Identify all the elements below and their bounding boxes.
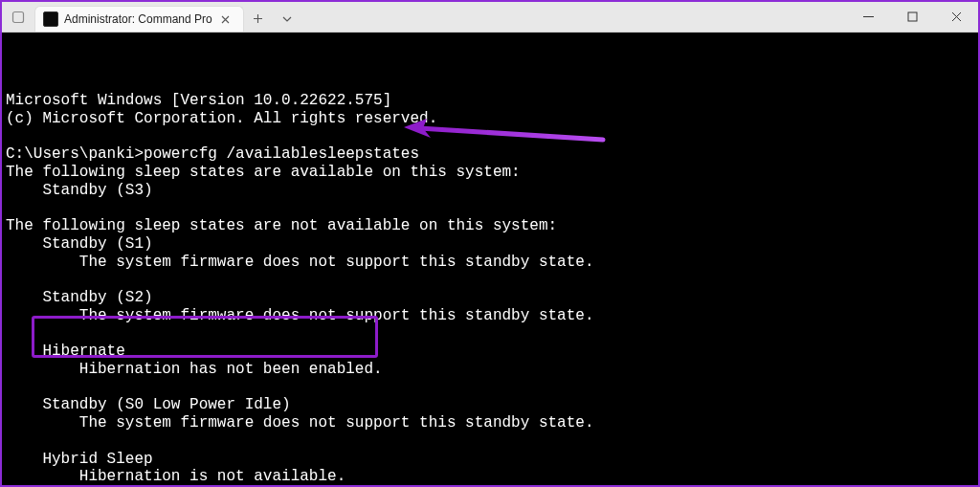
terminal-line: Standby (S2) — [6, 289, 974, 307]
tab-close-button[interactable] — [218, 11, 234, 27]
plus-icon — [253, 13, 263, 24]
close-icon — [951, 11, 962, 22]
terminal-line — [6, 379, 974, 397]
terminal-line: The system firmware does not support thi… — [6, 307, 974, 325]
terminal-line — [6, 271, 974, 289]
tab-title: Administrator: Command Pro — [64, 12, 212, 26]
terminal-line: Hibernation is not available. — [6, 468, 974, 485]
terminal-line: (c) Microsoft Corporation. All rights re… — [6, 110, 974, 128]
close-icon — [221, 15, 230, 24]
close-window-button[interactable] — [934, 2, 978, 32]
terminal-line — [6, 325, 974, 343]
new-tab-button[interactable] — [244, 6, 273, 32]
terminal-line: Hybrid Sleep — [6, 451, 974, 469]
tab-dropdown-button[interactable] — [273, 6, 301, 32]
terminal-output[interactable]: Microsoft Windows [Version 10.0.22622.57… — [2, 33, 978, 485]
minimize-icon — [863, 11, 874, 22]
svg-rect-0 — [13, 11, 24, 22]
minimize-button[interactable] — [846, 2, 890, 32]
window-menu-button[interactable] — [2, 2, 34, 32]
terminal-line: The system firmware does not support thi… — [6, 414, 974, 432]
terminal-line — [6, 128, 974, 146]
terminal-line: Microsoft Windows [Version 10.0.22622.57… — [6, 92, 974, 110]
tab-strip: Administrator: Command Pro — [2, 2, 846, 32]
terminal-line: The system firmware does not support thi… — [6, 254, 974, 272]
chevron-down-icon — [282, 14, 292, 24]
svg-rect-1 — [908, 12, 917, 21]
window-controls — [846, 2, 978, 32]
titlebar: Administrator: Command Pro — [2, 2, 978, 33]
terminal-line: The following sleep states are available… — [6, 164, 974, 182]
terminal-line: Standby (S1) — [6, 235, 974, 254]
cmd-icon — [43, 11, 58, 27]
terminal-line: Hibernation has not been enabled. — [6, 361, 974, 379]
maximize-icon — [907, 11, 918, 22]
tab-active[interactable]: Administrator: Command Pro — [34, 6, 244, 32]
terminal-line: Hibernate — [6, 343, 974, 361]
maximize-button[interactable] — [890, 2, 934, 32]
terminal-line: Standby (S3) — [6, 182, 974, 200]
window-menu-icon — [11, 11, 25, 24]
terminal-window: Administrator: Command Pro — [0, 0, 980, 487]
terminal-line — [6, 432, 974, 451]
terminal-line — [6, 199, 974, 217]
terminal-line: C:\Users\panki>powercfg /availablesleeps… — [6, 145, 974, 164]
terminal-line: The following sleep states are not avail… — [6, 217, 974, 235]
terminal-line: Standby (S0 Low Power Idle) — [6, 396, 974, 414]
